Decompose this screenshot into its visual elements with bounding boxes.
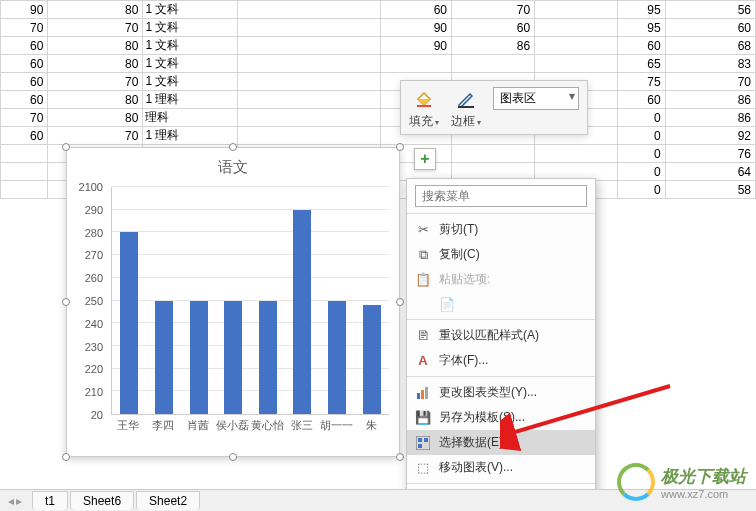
copy-item[interactable]: ⧉ 复制(C)	[407, 242, 595, 267]
cell[interactable]: 0	[618, 145, 665, 163]
chart-title[interactable]: 语文	[67, 148, 399, 187]
paste-options-item[interactable]: 📋 粘贴选项:	[407, 267, 595, 292]
select-data-item[interactable]: 选择数据(E)...	[407, 430, 595, 455]
bar[interactable]	[259, 301, 277, 415]
cell[interactable]: 1 文科	[143, 19, 238, 37]
cell[interactable]	[238, 73, 380, 91]
cell[interactable]	[238, 91, 380, 109]
paste-option-icon[interactable]: 📄	[407, 292, 595, 316]
cell[interactable]	[238, 37, 380, 55]
cell[interactable]: 60	[665, 19, 755, 37]
cell[interactable]: 75	[618, 73, 665, 91]
cell[interactable]: 70	[1, 109, 48, 127]
cell[interactable]: 70	[452, 1, 535, 19]
bar[interactable]	[190, 301, 208, 415]
cell[interactable]: 60	[618, 37, 665, 55]
cell[interactable]: 60	[1, 91, 48, 109]
cell[interactable]: 92	[665, 127, 755, 145]
cell[interactable]	[1, 145, 48, 163]
resize-handle[interactable]	[229, 143, 237, 151]
cell[interactable]: 理科	[143, 109, 238, 127]
menu-search[interactable]	[415, 185, 587, 207]
cell[interactable]: 83	[665, 55, 755, 73]
cell[interactable]	[535, 55, 618, 73]
sheet-tab[interactable]: Sheet6	[70, 491, 134, 510]
move-chart-item[interactable]: ⬚ 移动图表(V)...	[407, 455, 595, 480]
cell[interactable]: 68	[665, 37, 755, 55]
save-template-item[interactable]: 💾 另存为模板(S)...	[407, 405, 595, 430]
cell[interactable]: 1 文科	[143, 55, 238, 73]
cell[interactable]: 86	[665, 109, 755, 127]
cell[interactable]: 70	[665, 73, 755, 91]
cell[interactable]	[1, 163, 48, 181]
sheet-nav[interactable]: ◂▸	[8, 494, 22, 508]
cell[interactable]: 90	[380, 37, 451, 55]
cell[interactable]: 65	[618, 55, 665, 73]
chart-element-selector[interactable]: 图表区	[493, 87, 579, 110]
cell[interactable]: 86	[665, 91, 755, 109]
bar[interactable]	[293, 210, 311, 414]
cell[interactable]: 80	[48, 37, 143, 55]
bar[interactable]	[120, 232, 138, 414]
bar[interactable]	[328, 301, 346, 415]
sheet-tab[interactable]: Sheet2	[136, 491, 200, 510]
border-button[interactable]: 边框▾	[451, 87, 481, 130]
cell[interactable]: 80	[48, 91, 143, 109]
cell[interactable]: 70	[48, 127, 143, 145]
bar[interactable]	[224, 301, 242, 415]
cut-item[interactable]: ✂ 剪切(T)	[407, 217, 595, 242]
cell[interactable]: 90	[380, 19, 451, 37]
cell[interactable]	[380, 55, 451, 73]
cell[interactable]: 1 文科	[143, 73, 238, 91]
cell[interactable]: 70	[48, 73, 143, 91]
cell[interactable]: 1 文科	[143, 37, 238, 55]
cell[interactable]: 60	[1, 55, 48, 73]
cell[interactable]	[535, 1, 618, 19]
resize-handle[interactable]	[396, 453, 404, 461]
cell[interactable]	[452, 55, 535, 73]
cell[interactable]: 80	[48, 109, 143, 127]
search-input[interactable]	[415, 185, 587, 207]
chart-plot-area[interactable]: 202102202302402502602702802902100 王华李四肖茜…	[67, 187, 399, 437]
cell[interactable]: 80	[48, 1, 143, 19]
sheet-tab[interactable]: t1	[32, 491, 68, 510]
bar[interactable]	[155, 301, 173, 415]
cell[interactable]	[1, 181, 48, 199]
cell[interactable]: 60	[1, 37, 48, 55]
cell[interactable]	[535, 145, 618, 163]
resize-handle[interactable]	[396, 143, 404, 151]
cell[interactable]: 64	[665, 163, 755, 181]
cell[interactable]: 0	[618, 109, 665, 127]
cell[interactable]: 76	[665, 145, 755, 163]
resize-handle[interactable]	[62, 143, 70, 151]
cell[interactable]: 58	[665, 181, 755, 199]
cell[interactable]	[535, 37, 618, 55]
cell[interactable]	[238, 19, 380, 37]
cell[interactable]: 1 理科	[143, 91, 238, 109]
cell[interactable]: 70	[1, 19, 48, 37]
cell[interactable]: 60	[618, 91, 665, 109]
cell[interactable]: 95	[618, 19, 665, 37]
cell[interactable]	[238, 1, 380, 19]
cell[interactable]: 60	[452, 19, 535, 37]
cell[interactable]: 60	[380, 1, 451, 19]
cell[interactable]: 60	[1, 127, 48, 145]
chart-object[interactable]: 语文 202102202302402502602702802902100 王华李…	[66, 147, 400, 457]
cell[interactable]: 1 理科	[143, 127, 238, 145]
cell[interactable]	[452, 145, 535, 163]
font-item[interactable]: A 字体(F)...	[407, 348, 595, 373]
cell[interactable]	[238, 109, 380, 127]
fill-button[interactable]: 填充▾	[409, 87, 439, 130]
cell[interactable]: 90	[1, 1, 48, 19]
cell[interactable]: 86	[452, 37, 535, 55]
cell[interactable]: 1 文科	[143, 1, 238, 19]
cell[interactable]: 0	[618, 163, 665, 181]
resize-handle[interactable]	[62, 453, 70, 461]
cell[interactable]: 95	[618, 1, 665, 19]
reset-style-item[interactable]: 🖹 重设以匹配样式(A)	[407, 323, 595, 348]
cell[interactable]: 80	[48, 55, 143, 73]
cell[interactable]	[535, 19, 618, 37]
cell[interactable]	[238, 127, 380, 145]
cell[interactable]: 0	[618, 181, 665, 199]
change-chart-type-item[interactable]: 更改图表类型(Y)...	[407, 380, 595, 405]
